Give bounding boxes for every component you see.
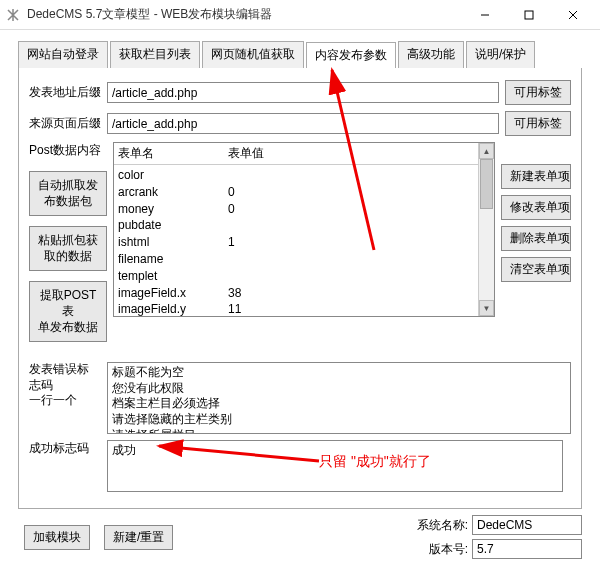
post-left-button-1[interactable]: 粘贴抓包获 取的数据: [29, 226, 107, 271]
table-row[interactable]: color: [118, 167, 490, 184]
source-tags-button[interactable]: 可用标签: [505, 111, 571, 136]
publish-tags-button[interactable]: 可用标签: [505, 80, 571, 105]
tab-5[interactable]: 说明/保护: [466, 41, 535, 68]
tab-2[interactable]: 网页随机值获取: [202, 41, 304, 68]
version-input[interactable]: [472, 539, 582, 559]
source-suffix-input[interactable]: [107, 113, 499, 134]
tab-0[interactable]: 网站自动登录: [18, 41, 108, 68]
version-label: 版本号:: [412, 541, 472, 558]
tab-bar: 网站自动登录获取栏目列表网页随机值获取内容发布参数高级功能说明/保护: [18, 41, 582, 69]
table-row[interactable]: filename: [118, 251, 490, 268]
table-row[interactable]: arcrank0: [118, 184, 490, 201]
tab-4[interactable]: 高级功能: [398, 41, 464, 68]
table-header-name: 表单名: [118, 145, 228, 162]
tab-3[interactable]: 内容发布参数: [306, 42, 396, 69]
post-data-table[interactable]: 表单名 表单值 colorarcrank0money0pubdateishtml…: [113, 142, 495, 317]
post-right-button-2[interactable]: 删除表单项: [501, 226, 571, 251]
table-row[interactable]: imageField.x38: [118, 285, 490, 302]
error-codes-textarea[interactable]: [107, 362, 571, 434]
maximize-button[interactable]: [507, 0, 551, 30]
table-row[interactable]: pubdate: [118, 217, 490, 234]
error-codes-label: 发表错误标 志码 一行一个: [29, 362, 107, 409]
table-row[interactable]: money0: [118, 201, 490, 218]
table-row[interactable]: templet: [118, 268, 490, 285]
scroll-thumb[interactable]: [480, 159, 493, 209]
source-suffix-label: 来源页面后缀: [29, 115, 107, 132]
app-icon: [5, 7, 21, 23]
post-right-button-3[interactable]: 清空表单项: [501, 257, 571, 282]
post-right-button-0[interactable]: 新建表单项: [501, 164, 571, 189]
system-name-input[interactable]: [472, 515, 582, 535]
scroll-down-icon[interactable]: ▼: [479, 300, 494, 316]
window-title: DedeCMS 5.7文章模型 - WEB发布模块编辑器: [27, 6, 463, 23]
success-code-label: 成功标志码: [29, 440, 107, 457]
table-scrollbar[interactable]: ▲ ▼: [478, 143, 494, 316]
publish-suffix-label: 发表地址后缀: [29, 84, 107, 101]
table-row[interactable]: imageField.y11: [118, 301, 490, 317]
publish-suffix-input[interactable]: [107, 82, 499, 103]
load-module-button[interactable]: 加载模块: [24, 525, 90, 550]
post-right-button-1[interactable]: 修改表单项: [501, 195, 571, 220]
close-button[interactable]: [551, 0, 595, 30]
post-left-button-2[interactable]: 提取POST表 单发布数据: [29, 281, 107, 342]
tab-1[interactable]: 获取栏目列表: [110, 41, 200, 68]
post-data-label: Post数据内容: [29, 142, 107, 159]
minimize-button[interactable]: [463, 0, 507, 30]
success-code-textarea[interactable]: [107, 440, 563, 492]
table-header-value: 表单值: [228, 145, 264, 162]
system-name-label: 系统名称:: [412, 517, 472, 534]
svg-rect-1: [525, 11, 533, 19]
table-row[interactable]: ishtml1: [118, 234, 490, 251]
status-bar: 编码模块: DedeCMS 5.7文章模型.wpm 说明: 所有的地址不带CMS…: [0, 563, 600, 567]
post-left-button-0[interactable]: 自动抓取发 布数据包: [29, 171, 107, 216]
scroll-up-icon[interactable]: ▲: [479, 143, 494, 159]
titlebar: DedeCMS 5.7文章模型 - WEB发布模块编辑器: [0, 0, 600, 30]
tab-panel: 发表地址后缀 可用标签 来源页面后缀 可用标签 Post数据内容 自动抓取发 布…: [18, 68, 582, 509]
new-reset-button[interactable]: 新建/重置: [104, 525, 173, 550]
